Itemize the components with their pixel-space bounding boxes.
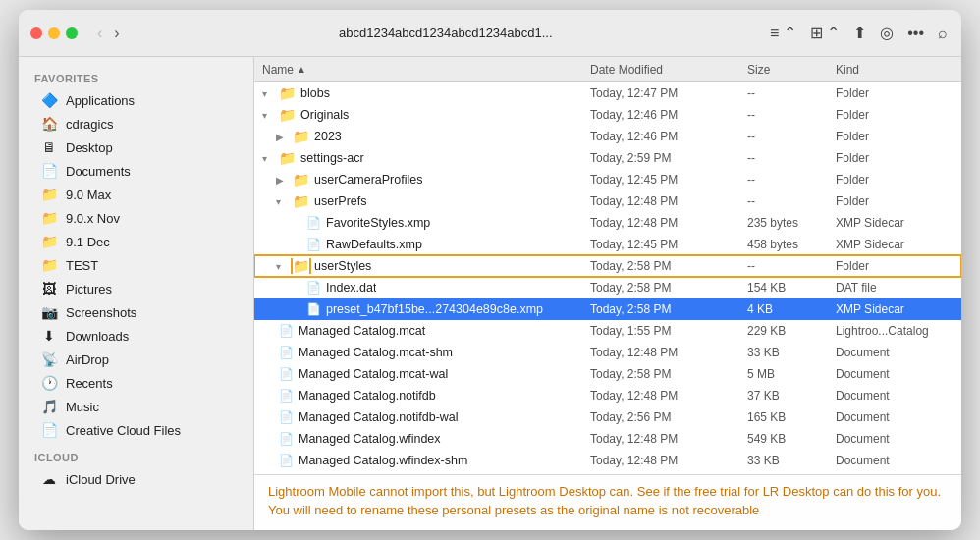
sidebar-item-91dec[interactable]: 📁 9.1 Dec bbox=[25, 230, 247, 253]
chevron-icon[interactable]: ▶ bbox=[276, 175, 288, 186]
name-column-header[interactable]: Name ▲ bbox=[262, 63, 590, 77]
tag-icon[interactable]: ◎ bbox=[878, 22, 896, 44]
sidebar-item-label: Music bbox=[66, 400, 99, 414]
sidebar-item-90xnov[interactable]: 📁 9.0.x Nov bbox=[25, 206, 247, 230]
table-row[interactable]: 📄Managed Catalog.wfindex-shmToday, 12:48… bbox=[254, 450, 961, 471]
bottom-message: Lightroom Mobile cannot import this, but… bbox=[254, 474, 961, 530]
table-row[interactable]: ▾📁userStylesToday, 2:58 PM--Folder bbox=[254, 255, 961, 277]
close-button[interactable] bbox=[30, 27, 42, 39]
folder-icon: 📁 bbox=[40, 187, 58, 202]
file-name: Managed Catalog.wfindex-shm bbox=[299, 454, 467, 467]
file-date: Today, 2:58 PM bbox=[590, 259, 747, 273]
recents-icon: 🕐 bbox=[40, 375, 58, 391]
file-name: Managed Catalog.mcat bbox=[299, 324, 425, 338]
date-column-header[interactable]: Date Modified bbox=[590, 63, 747, 77]
table-row[interactable]: 📄Index.datToday, 2:58 PM154 KBDAT file bbox=[254, 277, 961, 298]
table-row[interactable]: ▾📁userPrefsToday, 12:48 PM--Folder bbox=[254, 190, 961, 212]
titlebar: ‹ › abcd1234abcd1234abcd1234abcd1... ≡ ⌃… bbox=[19, 10, 961, 57]
airdrop-icon: 📡 bbox=[40, 351, 58, 367]
sidebar-item-music[interactable]: 🎵 Music bbox=[25, 395, 247, 418]
icloud-section-label: iCloud bbox=[19, 442, 253, 467]
back-button[interactable]: ‹ bbox=[93, 24, 106, 43]
folder-icon: 📁 bbox=[279, 85, 296, 101]
file-icon: 📄 bbox=[279, 454, 294, 467]
sidebar-item-label: 9.0 Max bbox=[66, 188, 111, 202]
table-row[interactable]: 📄FavoriteStyles.xmpToday, 12:48 PM235 by… bbox=[254, 212, 961, 234]
folder-icon: 📁 bbox=[279, 150, 296, 166]
table-row[interactable]: 📄Managed Catalog.mcatToday, 1:55 PM229 K… bbox=[254, 320, 961, 342]
search-icon[interactable]: ⌕ bbox=[936, 23, 950, 44]
share-icon[interactable]: ⬆ bbox=[851, 22, 868, 44]
file-icon: 📄 bbox=[306, 216, 321, 230]
table-row[interactable]: 📄Managed Catalog.mcat-shmToday, 12:48 PM… bbox=[254, 342, 961, 363]
file-name: Managed Catalog.notifdb bbox=[299, 389, 436, 403]
toolbar-icons: ≡ ⌃ ⊞ ⌃ ⬆ ◎ ••• ⌕ bbox=[768, 22, 950, 44]
file-name: blobs bbox=[300, 86, 330, 100]
music-icon: 🎵 bbox=[40, 399, 58, 414]
grid-view-icon[interactable]: ⊞ ⌃ bbox=[808, 22, 842, 44]
table-row[interactable]: 📄Managed Catalog.notifdbToday, 12:48 PM3… bbox=[254, 385, 961, 406]
sidebar-item-desktop[interactable]: 🖥 Desktop bbox=[25, 135, 247, 159]
folder-icon: 📁 bbox=[279, 107, 296, 123]
sidebar-item-applications[interactable]: 🔷 Applications bbox=[25, 88, 247, 112]
sidebar-item-pictures[interactable]: 🖼 Pictures bbox=[25, 277, 247, 300]
table-row[interactable]: 📄preset_b47bf15be...274304e89c8e.xmpToda… bbox=[254, 298, 961, 320]
file-icon: 📄 bbox=[279, 367, 294, 381]
file-icon: 📄 bbox=[306, 238, 321, 251]
table-row[interactable]: 📄Managed Catalog.wfindexToday, 12:48 PM5… bbox=[254, 428, 961, 450]
sidebar-item-screenshots[interactable]: 📷 Screenshots bbox=[25, 300, 247, 324]
file-size: 37 KB bbox=[747, 389, 836, 403]
chevron-icon[interactable]: ▾ bbox=[262, 110, 274, 121]
file-kind: Folder bbox=[836, 194, 953, 208]
table-row[interactable]: 📄Managed Catalog.mcat-walToday, 2:58 PM5… bbox=[254, 363, 961, 385]
size-column-header[interactable]: Size bbox=[747, 63, 836, 77]
list-view-icon[interactable]: ≡ ⌃ bbox=[768, 22, 798, 44]
chevron-icon[interactable]: ▶ bbox=[276, 132, 288, 142]
screenshots-icon: 📷 bbox=[40, 304, 58, 320]
table-row[interactable]: ▾📁settings-acrToday, 2:59 PM--Folder bbox=[254, 147, 961, 169]
chevron-icon[interactable]: ▾ bbox=[262, 153, 274, 164]
file-kind: Document bbox=[836, 454, 953, 467]
desktop-icon: 🖥 bbox=[40, 139, 58, 155]
sidebar-item-test[interactable]: 📁 TEST bbox=[25, 253, 247, 277]
file-kind: Document bbox=[836, 389, 953, 403]
sidebar-item-cdragics[interactable]: 🏠 cdragics bbox=[25, 112, 247, 135]
file-kind: XMP Sidecar bbox=[836, 216, 953, 230]
sidebar-item-documents[interactable]: 📄 Documents bbox=[25, 159, 247, 183]
file-size: -- bbox=[747, 108, 836, 122]
file-date: Today, 1:55 PM bbox=[590, 324, 747, 338]
minimize-button[interactable] bbox=[48, 27, 60, 39]
sidebar-item-downloads[interactable]: ⬇ Downloads bbox=[25, 324, 247, 348]
sidebar-item-90max[interactable]: 📁 9.0 Max bbox=[25, 183, 247, 206]
sidebar-item-creative-cloud[interactable]: 📄 Creative Cloud Files bbox=[25, 418, 247, 442]
chevron-icon[interactable]: ▾ bbox=[276, 261, 288, 272]
file-date: Today, 12:46 PM bbox=[590, 108, 747, 122]
file-size: 154 KB bbox=[747, 281, 836, 295]
chevron-icon[interactable]: ▾ bbox=[262, 88, 274, 99]
table-row[interactable]: ▶📁2023Today, 12:46 PM--Folder bbox=[254, 126, 961, 147]
table-row[interactable]: ▾📁OriginalsToday, 12:46 PM--Folder bbox=[254, 104, 961, 126]
maximize-button[interactable] bbox=[66, 27, 78, 39]
kind-column-header[interactable]: Kind bbox=[836, 63, 953, 77]
sidebar-item-airdrop[interactable]: 📡 AirDrop bbox=[25, 348, 247, 371]
table-row[interactable]: ▶📁userCameraProfilesToday, 12:45 PM--Fol… bbox=[254, 169, 961, 190]
pictures-icon: 🖼 bbox=[40, 281, 58, 297]
icloud-icon: ☁ bbox=[40, 471, 58, 487]
path-bar: abcd1234abcd1234abcd1234abcd1... bbox=[132, 26, 760, 40]
forward-button[interactable]: › bbox=[110, 24, 123, 43]
file-size: -- bbox=[747, 151, 836, 165]
favorites-section-label: Favorites bbox=[19, 63, 253, 88]
file-name: settings-acr bbox=[300, 151, 364, 165]
downloads-icon: ⬇ bbox=[40, 328, 58, 344]
table-row[interactable]: 📄Managed Catalog.notifdb-walToday, 2:56 … bbox=[254, 406, 961, 428]
file-name: FavoriteStyles.xmp bbox=[326, 216, 430, 230]
home-icon: 🏠 bbox=[40, 116, 58, 132]
file-name: Index.dat bbox=[326, 281, 376, 295]
chevron-icon[interactable]: ▾ bbox=[276, 196, 288, 207]
sidebar-item-icloud-drive[interactable]: ☁ iCloud Drive bbox=[25, 467, 247, 491]
sidebar-item-label: Recents bbox=[66, 376, 113, 391]
sidebar-item-recents[interactable]: 🕐 Recents bbox=[25, 371, 247, 395]
table-row[interactable]: ▾📁blobsToday, 12:47 PM--Folder bbox=[254, 82, 961, 104]
action-icon[interactable]: ••• bbox=[905, 23, 926, 44]
table-row[interactable]: 📄RawDefaults.xmpToday, 12:45 PM458 bytes… bbox=[254, 234, 961, 255]
